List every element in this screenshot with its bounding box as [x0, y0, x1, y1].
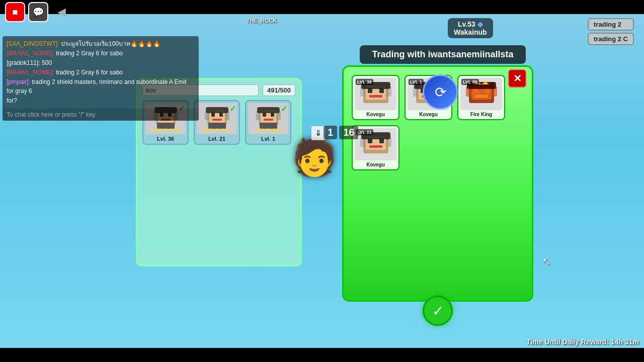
svg-rect-47	[475, 95, 488, 98]
stars-2: ★★★★★	[197, 127, 237, 133]
svg-rect-20	[263, 113, 266, 117]
arrow-back-button[interactable]: ◀	[51, 2, 71, 22]
player-level: Lv.53 ◆	[454, 20, 487, 28]
chat-text-2: trading 2 Gray 6 for sabo	[56, 50, 123, 57]
trade-card-3[interactable]: ✓ ★★★★★ Lvl. 1	[245, 100, 291, 145]
counter-display: 1 16	[324, 126, 358, 139]
trading-banner-text: Trading with iwantsanemiinallsta	[360, 45, 525, 64]
confirm-button[interactable]: ✓	[423, 296, 453, 326]
player-character: 🧑	[292, 136, 337, 178]
trading-badge-2: trading 2 C	[588, 33, 634, 45]
counter-right: 16	[339, 126, 358, 139]
chat-messages: [SXA_DINOSTWT]: ประมูลโปรับวอเริ่ม100บาท…	[3, 36, 199, 109]
top-icons: ■ 💬 ◀	[5, 2, 71, 22]
rcard-name-1: Kovegu	[355, 112, 396, 117]
chat-icon-button[interactable]: 💬	[28, 2, 48, 22]
trade-arrows-icon: ⟳	[423, 74, 458, 110]
check-mark-2: ✓	[229, 104, 236, 114]
chat-msg-1: [SXA_DINOSTWT]: ประมูลโปรับวอเริ่ม100บาท…	[7, 39, 195, 48]
trading-header: Trading with iwantsanemiinallsta	[342, 45, 543, 64]
lvl-label-3: Lvl. 1	[248, 136, 288, 142]
inventory-count: 491/500	[263, 84, 295, 96]
chat-username-4: [BRAWL_NOME]:	[7, 69, 54, 76]
rcard-name-3: Fire King	[460, 112, 502, 117]
chat-box: [SXA_DINOSTWT]: ประมูลโปรับวอเริ่ม100บาท…	[3, 36, 199, 121]
roblox-icon-button[interactable]: ■	[5, 2, 25, 22]
chat-username-5: [pmpair]:	[7, 78, 30, 85]
trading-badge-1: trading 2	[588, 18, 634, 31]
counter-left: 1	[324, 126, 337, 139]
chat-prompt[interactable]: To chat click here or press "/" key	[3, 109, 199, 121]
svg-rect-13	[212, 119, 222, 121]
chat-msg-3: [gradok111]: 500	[7, 58, 195, 67]
black-bar-bottom	[0, 348, 644, 362]
right-trade-card-3[interactable]: LVL 86 Fire King	[457, 75, 505, 120]
black-bar-top	[0, 0, 644, 14]
svg-rect-16	[206, 107, 228, 113]
rcard-inner-3: LVL 86	[460, 78, 502, 110]
rcard-name-2: Kovegu	[408, 112, 449, 117]
lvl-label-2: Lvl. 21	[197, 136, 237, 142]
svg-rect-22	[264, 119, 273, 121]
chat-username-1: [SXA_DINOSTWT]:	[7, 40, 59, 47]
chat-msg-2: [BRAWL_NOME]: trading 2 Gray 6 for sabo	[7, 49, 195, 58]
svg-rect-12	[219, 113, 223, 117]
chat-text-1: ประมูลโปรับวอเริ่ม100บาท🔥🔥🔥🔥	[61, 40, 160, 47]
right-trade-card-1[interactable]: LVL 36 Kovegu	[352, 75, 399, 120]
right-trade-card-4[interactable]: LVL 21 Kovegu	[352, 125, 399, 170]
card-inner-2: ✓ ★★★★★	[197, 103, 237, 134]
chat-msg-6: for?	[7, 96, 195, 105]
player-level-indicator: Lv.53 ◆ Wakainub	[448, 18, 493, 38]
rcard-name-4: Kovegu	[355, 162, 396, 167]
svg-rect-31	[369, 95, 382, 98]
close-button[interactable]: ✕	[508, 69, 526, 87]
chat-msg-5: [pmpair]: trading 2 shield masters, rimi…	[7, 77, 195, 96]
rock-label: THE_ROCK	[247, 18, 277, 24]
trade-card-2[interactable]: ✓ ★★★★★ Lvl. 21	[194, 100, 240, 145]
rcard-lvl-1: LVL 36	[356, 79, 373, 85]
stars-1: ★★★★★	[145, 127, 186, 133]
rcard-lvl-3: LVL 86	[461, 79, 479, 85]
chat-text-5: trading 2 shield masters, rimimaro and s…	[7, 78, 187, 95]
rcard-inner-4: LVL 21	[355, 128, 396, 160]
rcard-inner-1: LVL 36	[355, 78, 396, 110]
stars-3: ★★★★★	[248, 127, 288, 133]
svg-rect-11	[211, 113, 215, 117]
check-mark-3: ✓	[281, 104, 287, 114]
chat-text-6: for?	[7, 97, 17, 104]
svg-rect-25	[257, 107, 280, 113]
svg-rect-21	[271, 113, 274, 117]
trading-badges: trading 2 trading 2 C	[588, 18, 634, 45]
lvl-label-1: Lvl. 36	[145, 136, 186, 142]
diamond-icon: ◆	[477, 20, 483, 28]
card-inner-3: ✓ ★★★★★	[248, 103, 288, 134]
chat-text-3: 500	[42, 59, 52, 66]
player-name: Wakainub	[454, 28, 487, 36]
chat-username-3: [gradok111]:	[7, 59, 40, 66]
daily-reward-text: Time Until Daily Reward: 14h 31m	[526, 338, 639, 346]
rcard-lvl-2: LVL 1	[409, 79, 424, 85]
chat-msg-4: [BRAWL_NOME]: trading 2 Gray 6 for sabo	[7, 68, 195, 77]
svg-rect-56	[369, 145, 382, 148]
chat-username-2: [BRAWL_NOME]:	[7, 50, 54, 57]
chat-text-4: trading 2 Gray 6 for sabo	[56, 69, 123, 76]
